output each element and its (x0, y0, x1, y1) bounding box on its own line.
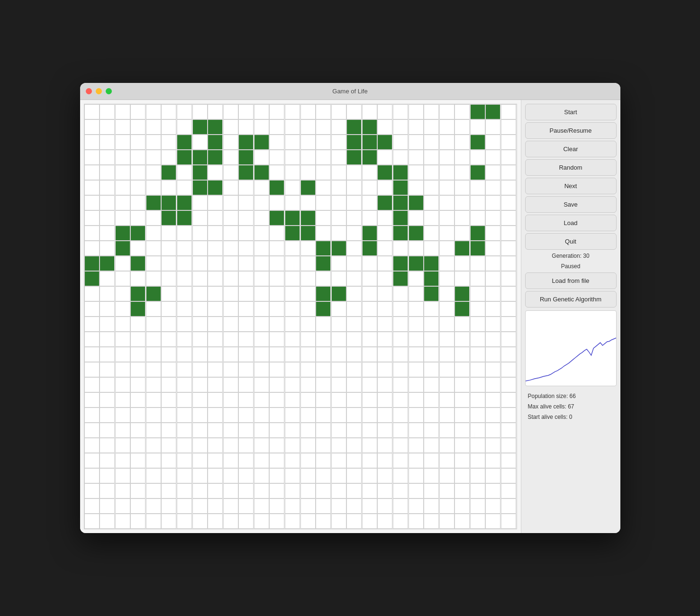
grid-cell[interactable] (409, 180, 424, 195)
grid-cell[interactable] (161, 362, 176, 377)
grid-cell[interactable] (161, 347, 176, 362)
grid-cell[interactable] (130, 104, 145, 119)
grid-cell[interactable] (223, 210, 238, 226)
grid-cell[interactable] (316, 286, 331, 301)
grid-cell[interactable] (161, 377, 176, 392)
grid-cell[interactable] (470, 453, 485, 468)
grid-cell[interactable] (285, 150, 300, 165)
grid-cell[interactable] (377, 150, 392, 165)
grid-cell[interactable] (285, 498, 300, 514)
grid-cell[interactable] (439, 195, 455, 210)
grid-cell[interactable] (177, 453, 192, 468)
grid-cell[interactable] (377, 104, 392, 119)
grid-cell[interactable] (161, 514, 176, 529)
grid-cell[interactable] (84, 362, 100, 377)
grid-cell[interactable] (84, 514, 100, 529)
grid-cell[interactable] (100, 286, 115, 301)
grid-cell[interactable] (346, 256, 362, 271)
grid-cell[interactable] (115, 514, 130, 529)
grid-cell[interactable] (485, 377, 500, 392)
grid-cell[interactable] (269, 317, 284, 332)
grid-cell[interactable] (269, 180, 284, 195)
grid-cell[interactable] (300, 210, 316, 226)
grid-cell[interactable] (316, 104, 331, 119)
grid-cell[interactable] (254, 347, 269, 362)
grid-cell[interactable] (177, 468, 192, 483)
grid-cell[interactable] (393, 483, 408, 498)
grid-cell[interactable] (285, 377, 300, 392)
grid-cell[interactable] (84, 423, 100, 438)
grid-cell[interactable] (223, 408, 238, 423)
grid-cell[interactable] (115, 453, 130, 468)
grid-cell[interactable] (208, 286, 223, 301)
grid-cell[interactable] (84, 104, 100, 119)
grid-cell[interactable] (161, 483, 176, 498)
grid-cell[interactable] (455, 271, 470, 286)
grid-cell[interactable] (316, 498, 331, 514)
grid-cell[interactable] (238, 195, 254, 210)
grid-cell[interactable] (285, 135, 300, 150)
grid-cell[interactable] (84, 135, 100, 150)
grid-cell[interactable] (84, 210, 100, 226)
grid-cell[interactable] (146, 332, 161, 347)
grid-cell[interactable] (485, 210, 500, 226)
grid-cell[interactable] (130, 362, 145, 377)
grid-cell[interactable] (439, 150, 455, 165)
grid-cell[interactable] (316, 317, 331, 332)
grid-cell[interactable] (470, 392, 485, 408)
save-button[interactable]: Save (525, 196, 617, 213)
grid-cell[interactable] (285, 241, 300, 256)
grid-cell[interactable] (192, 104, 208, 119)
grid-cell[interactable] (424, 195, 439, 210)
grid-cell[interactable] (269, 498, 284, 514)
grid-cell[interactable] (424, 317, 439, 332)
grid-cell[interactable] (177, 210, 192, 226)
grid-cell[interactable] (177, 104, 192, 119)
grid-cell[interactable] (362, 119, 377, 135)
grid-cell[interactable] (208, 423, 223, 438)
grid-cell[interactable] (208, 256, 223, 271)
grid-cell[interactable] (115, 332, 130, 347)
grid-cell[interactable] (470, 256, 485, 271)
grid-cell[interactable] (130, 377, 145, 392)
grid-cell[interactable] (409, 392, 424, 408)
grid-cell[interactable] (161, 226, 176, 241)
grid-cell[interactable] (254, 423, 269, 438)
grid-cell[interactable] (269, 468, 284, 483)
grid-cell[interactable] (439, 468, 455, 483)
grid-cell[interactable] (501, 271, 516, 286)
grid-cell[interactable] (409, 119, 424, 135)
grid-cell[interactable] (501, 210, 516, 226)
grid-cell[interactable] (331, 165, 346, 180)
grid-cell[interactable] (254, 165, 269, 180)
grid-cell[interactable] (254, 362, 269, 377)
grid-cell[interactable] (269, 150, 284, 165)
grid-cell[interactable] (146, 256, 161, 271)
grid-cell[interactable] (346, 483, 362, 498)
grid-cell[interactable] (409, 332, 424, 347)
grid-cell[interactable] (377, 317, 392, 332)
grid-cell[interactable] (238, 256, 254, 271)
grid-cell[interactable] (501, 150, 516, 165)
grid-cell[interactable] (84, 408, 100, 423)
grid-cell[interactable] (393, 438, 408, 453)
grid-cell[interactable] (192, 408, 208, 423)
grid-cell[interactable] (439, 392, 455, 408)
quit-button[interactable]: Quit (525, 233, 617, 250)
grid-cell[interactable] (501, 514, 516, 529)
grid-cell[interactable] (485, 104, 500, 119)
grid-cell[interactable] (470, 317, 485, 332)
grid-cell[interactable] (485, 408, 500, 423)
grid-cell[interactable] (316, 483, 331, 498)
grid-cell[interactable] (208, 195, 223, 210)
grid-cell[interactable] (146, 180, 161, 195)
grid-cell[interactable] (501, 180, 516, 195)
grid-cell[interactable] (316, 332, 331, 347)
grid-cell[interactable] (161, 210, 176, 226)
grid-cell[interactable] (377, 483, 392, 498)
grid-cell[interactable] (161, 498, 176, 514)
grid-cell[interactable] (331, 226, 346, 241)
grid-cell[interactable] (362, 286, 377, 301)
grid-cell[interactable] (424, 256, 439, 271)
grid-cell[interactable] (100, 317, 115, 332)
